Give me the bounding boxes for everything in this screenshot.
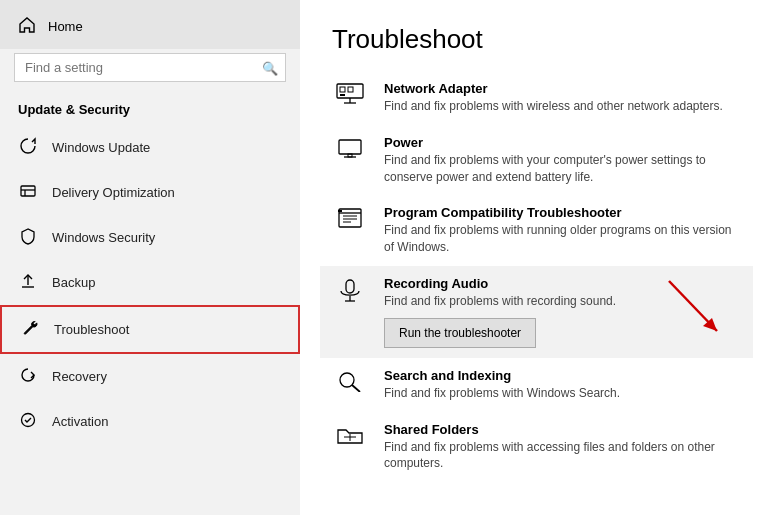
- network-adapter-desc: Find and fix problems with wireless and …: [384, 98, 741, 115]
- svg-rect-8: [348, 87, 353, 92]
- troubleshoot-item-network-adapter: Network Adapter Find and fix problems wi…: [332, 71, 741, 125]
- section-title: Update & Security: [0, 96, 300, 125]
- sidebar-item-label-windows-security: Windows Security: [52, 230, 155, 245]
- program-compat-desc: Find and fix problems with running older…: [384, 222, 741, 256]
- shield-icon: [18, 227, 38, 248]
- sidebar-item-label-delivery-optimization: Delivery Optimization: [52, 185, 175, 200]
- recording-audio-text: Recording Audio Find and fix problems wi…: [384, 276, 741, 348]
- sidebar-item-home[interactable]: Home: [0, 0, 300, 49]
- svg-point-26: [340, 373, 354, 387]
- recovery-icon: [18, 366, 38, 387]
- page-title: Troubleshoot: [332, 24, 741, 55]
- troubleshoot-item-recording-audio: Recording Audio Find and fix problems wi…: [320, 266, 753, 358]
- search-indexing-text: Search and Indexing Find and fix problem…: [384, 368, 741, 402]
- search-indexing-title: Search and Indexing: [384, 368, 741, 383]
- power-text: Power Find and fix problems with your co…: [384, 135, 741, 186]
- svg-rect-15: [339, 209, 361, 227]
- shared-folders-icon: [332, 422, 368, 446]
- recording-audio-title: Recording Audio: [384, 276, 741, 291]
- svg-rect-7: [340, 87, 345, 92]
- activation-icon: [18, 411, 38, 432]
- mic-icon: [332, 276, 368, 304]
- sidebar-item-activation[interactable]: Activation: [0, 399, 300, 444]
- sidebar-item-delivery-optimization[interactable]: Delivery Optimization: [0, 170, 300, 215]
- home-label: Home: [48, 19, 83, 34]
- sidebar-item-label-backup: Backup: [52, 275, 95, 290]
- search-icon: 🔍: [262, 60, 278, 75]
- delivery-icon: [18, 182, 38, 203]
- svg-rect-12: [339, 140, 361, 154]
- sidebar-item-label-recovery: Recovery: [52, 369, 107, 384]
- sidebar-item-label-troubleshoot: Troubleshoot: [54, 322, 129, 337]
- sidebar: Home 🔍 Update & Security Windows Update …: [0, 0, 300, 515]
- search-box: 🔍: [14, 53, 286, 82]
- sidebar-item-recovery[interactable]: Recovery: [0, 354, 300, 399]
- svg-line-27: [352, 385, 360, 392]
- sidebar-item-label-activation: Activation: [52, 414, 108, 429]
- run-troubleshooter-button[interactable]: Run the troubleshooter: [384, 318, 536, 348]
- recording-audio-desc: Find and fix problems with recording sou…: [384, 293, 741, 310]
- network-adapter-text: Network Adapter Find and fix problems wi…: [384, 81, 741, 115]
- search-indexing-icon: [332, 368, 368, 392]
- network-icon: [332, 81, 368, 105]
- troubleshoot-item-shared-folders: Shared Folders Find and fix problems wit…: [332, 412, 741, 483]
- svg-rect-9: [340, 94, 345, 96]
- network-adapter-title: Network Adapter: [384, 81, 741, 96]
- program-compat-text: Program Compatibility Troubleshooter Fin…: [384, 205, 741, 256]
- program-compat-title: Program Compatibility Troubleshooter: [384, 205, 741, 220]
- search-indexing-desc: Find and fix problems with Windows Searc…: [384, 385, 741, 402]
- svg-point-5: [22, 414, 35, 427]
- backup-icon: [18, 272, 38, 293]
- search-input[interactable]: [14, 53, 286, 82]
- troubleshoot-item-search-indexing: Search and Indexing Find and fix problem…: [332, 358, 741, 412]
- sidebar-item-troubleshoot[interactable]: Troubleshoot: [0, 305, 300, 354]
- program-icon: [332, 205, 368, 229]
- wrench-icon: [20, 319, 40, 340]
- sidebar-item-windows-security[interactable]: Windows Security: [0, 215, 300, 260]
- power-desc: Find and fix problems with your computer…: [384, 152, 741, 186]
- update-icon: [18, 137, 38, 158]
- shared-folders-desc: Find and fix problems with accessing fil…: [384, 439, 741, 473]
- sidebar-item-label-windows-update: Windows Update: [52, 140, 150, 155]
- troubleshoot-item-power: Power Find and fix problems with your co…: [332, 125, 741, 196]
- shared-folders-text: Shared Folders Find and fix problems wit…: [384, 422, 741, 473]
- svg-rect-21: [346, 280, 354, 293]
- troubleshoot-item-program-compatibility: Program Compatibility Troubleshooter Fin…: [332, 195, 741, 266]
- main-content: Troubleshoot Network Adapter Find and fi…: [300, 0, 773, 515]
- sidebar-item-backup[interactable]: Backup: [0, 260, 300, 305]
- svg-rect-0: [21, 186, 35, 196]
- home-icon: [18, 16, 36, 37]
- shared-folders-title: Shared Folders: [384, 422, 741, 437]
- power-icon: [332, 135, 368, 159]
- svg-rect-20: [338, 210, 342, 212]
- power-title: Power: [384, 135, 741, 150]
- sidebar-item-windows-update[interactable]: Windows Update: [0, 125, 300, 170]
